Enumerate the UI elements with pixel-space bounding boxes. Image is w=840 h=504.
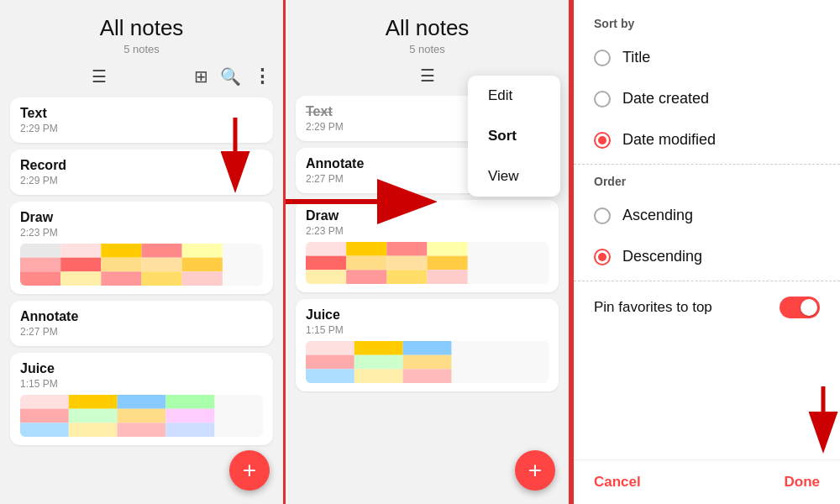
note-title: Juice: [20, 361, 263, 376]
svg-rect-13: [101, 271, 141, 286]
svg-rect-52: [354, 369, 403, 383]
fab-button[interactable]: +: [515, 450, 555, 491]
svg-rect-35: [428, 242, 468, 256]
note-time: 2:23 PM: [306, 225, 549, 237]
note-time: 2:29 PM: [20, 175, 263, 186]
done-button[interactable]: Done: [785, 474, 821, 491]
list-item[interactable]: Draw 2:23 PM: [10, 202, 273, 294]
panel1-notes-list: Text 2:29 PM Record 2:29 PM Draw 2:23 PM: [0, 94, 283, 504]
list-item[interactable]: Text 2:29 PM: [10, 97, 273, 143]
note-time: 2:23 PM: [20, 227, 263, 239]
radio-ascending[interactable]: [594, 207, 611, 224]
svg-rect-24: [165, 409, 214, 423]
svg-rect-5: [182, 244, 223, 258]
note-preview: [20, 244, 263, 286]
note-time: 2:29 PM: [20, 123, 263, 134]
note-time: 2:27 PM: [20, 326, 263, 338]
panel1-title: All notes: [13, 15, 270, 41]
sort-label-date-modified: Date modified: [622, 131, 716, 149]
svg-rect-53: [403, 369, 452, 383]
note-title: Text: [20, 106, 263, 121]
svg-rect-23: [118, 409, 166, 423]
radio-date-modified[interactable]: [594, 132, 611, 149]
svg-rect-46: [354, 341, 403, 355]
panel2-subtitle: 5 notes: [299, 43, 555, 55]
svg-rect-18: [69, 395, 118, 409]
svg-rect-10: [182, 258, 223, 272]
dropdown-menu: Edit Sort View: [468, 76, 560, 197]
svg-rect-37: [346, 256, 386, 270]
svg-rect-26: [69, 423, 118, 437]
sort-label-descending: Descending: [622, 248, 702, 265]
panel2-title: All notes: [299, 15, 555, 41]
more-icon[interactable]: ⋮: [253, 66, 271, 87]
svg-rect-49: [354, 355, 403, 370]
search-icon[interactable]: 🔍: [220, 66, 241, 87]
svg-rect-33: [346, 242, 386, 256]
sort-label-ascending: Ascending: [622, 207, 693, 224]
pin-label: Pin favorites to top: [594, 299, 768, 316]
radio-inner-date-modified: [598, 136, 606, 144]
note-title: Draw: [306, 208, 549, 223]
hamburger-icon[interactable]: ☰: [12, 66, 186, 87]
divider-1: [574, 164, 840, 165]
svg-rect-8: [101, 258, 141, 272]
svg-rect-7: [60, 258, 101, 272]
sort-option-date-created[interactable]: Date created: [574, 78, 840, 119]
radio-inner-descending: [598, 253, 606, 261]
sort-option-descending[interactable]: Descending: [574, 236, 840, 277]
note-title: Record: [20, 158, 263, 173]
svg-rect-2: [60, 244, 101, 258]
fab-button[interactable]: +: [229, 450, 270, 491]
sort-option-title[interactable]: Title: [574, 37, 840, 78]
svg-rect-21: [20, 409, 69, 423]
list-item[interactable]: Draw 2:23 PM: [296, 200, 559, 292]
order-label: Order: [574, 168, 840, 195]
svg-rect-12: [60, 271, 101, 286]
gallery-icon[interactable]: ⊞: [194, 66, 208, 87]
svg-rect-25: [20, 423, 69, 437]
toggle-knob: [801, 299, 817, 316]
svg-rect-48: [306, 355, 354, 370]
menu-item-edit[interactable]: Edit: [468, 76, 560, 116]
menu-item-sort[interactable]: Sort: [468, 116, 560, 156]
sort-label-title: Title: [622, 49, 650, 66]
svg-rect-22: [69, 409, 118, 423]
note-title: Draw: [20, 210, 263, 225]
list-item[interactable]: Record 2:29 PM: [10, 150, 273, 195]
radio-date-created[interactable]: [594, 91, 611, 108]
radio-descending[interactable]: [594, 249, 611, 265]
sort-label-date-created: Date created: [622, 90, 709, 108]
panel2-header: All notes 5 notes: [286, 0, 569, 59]
list-item[interactable]: Juice 1:15 PM: [10, 353, 273, 445]
svg-rect-20: [165, 395, 214, 409]
note-time: 1:15 PM: [20, 378, 263, 390]
radio-title[interactable]: [594, 50, 611, 66]
svg-rect-40: [306, 270, 346, 284]
note-preview: [20, 395, 263, 437]
pin-toggle[interactable]: [780, 297, 820, 318]
sort-footer: Cancel Done: [574, 459, 840, 504]
svg-rect-32: [306, 242, 346, 256]
note-time: 1:15 PM: [306, 324, 549, 336]
svg-rect-43: [428, 270, 468, 284]
cancel-button[interactable]: Cancel: [594, 474, 641, 491]
note-title: Juice: [306, 307, 549, 323]
svg-rect-50: [403, 355, 452, 370]
sort-option-date-modified[interactable]: Date modified: [574, 119, 840, 160]
list-item[interactable]: Annotate 2:27 PM: [10, 301, 273, 346]
sort-option-ascending[interactable]: Ascending: [574, 195, 840, 236]
svg-rect-47: [403, 341, 452, 355]
menu-item-view[interactable]: View: [468, 156, 560, 197]
list-item[interactable]: Juice 1:15 PM: [296, 299, 559, 391]
svg-rect-27: [118, 423, 166, 437]
svg-rect-14: [142, 271, 182, 286]
svg-rect-6: [20, 258, 60, 272]
svg-rect-38: [386, 256, 427, 270]
panel-1: All notes 5 notes ☰ ⊞ 🔍 ⋮ Text 2:29 PM R…: [0, 0, 286, 504]
panel1-toolbar: ☰ ⊞ 🔍 ⋮: [0, 59, 283, 94]
svg-rect-17: [20, 395, 69, 409]
divider-2: [574, 281, 840, 281]
panel1-header: All notes 5 notes: [0, 0, 283, 59]
svg-rect-19: [118, 395, 166, 409]
